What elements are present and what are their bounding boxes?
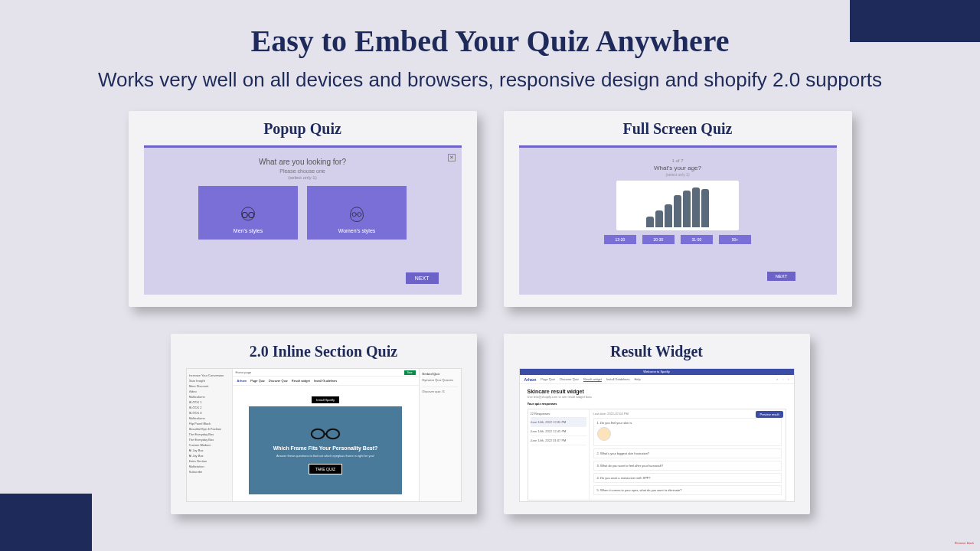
sidebar-item[interactable]: Subscribe	[189, 470, 230, 474]
popup-screenshot: ✕ What are you looking for? Please choos…	[144, 145, 462, 295]
panel-label: Your quiz responses	[528, 402, 786, 406]
widget-heading: Skincare result widget	[528, 389, 786, 394]
cart-icon[interactable]: ▫	[788, 377, 789, 381]
editor-sidebar: Increase Your Conversion Gain Insight Mo…	[187, 369, 233, 501]
response-row[interactable]: June 14th, 2022 01:07 PM	[531, 436, 586, 445]
nav-link[interactable]: Result widget	[292, 379, 310, 383]
sidebar-item[interactable]: More Discount	[189, 384, 230, 388]
remove-block-link[interactable]: Remove block	[955, 541, 974, 545]
nav-link[interactable]: Help	[634, 377, 640, 381]
fullscreen-hint: (select only 1)	[528, 172, 828, 177]
step-indicator: 1 of 7	[528, 158, 828, 163]
page-title: Easy to Embed Your Quiz Anywhere	[0, 23, 980, 59]
nav-link-active[interactable]: Result widget	[583, 377, 602, 381]
option-label: Men's styles	[234, 228, 263, 233]
question-row: 3. What do you want to feel after your f…	[593, 461, 782, 471]
card-title: Full Screen Quiz	[519, 120, 837, 138]
sidebar-item[interactable]: AI Joy Box	[189, 448, 230, 452]
svg-point-0	[242, 207, 255, 220]
svg-point-7	[312, 429, 325, 439]
nav-link[interactable]: Page Quiz	[541, 377, 555, 381]
detail-date: Last date: 2022-07-04 PM	[593, 412, 782, 416]
popup-question: What are you looking for?	[153, 158, 452, 166]
page-subtitle: Works very well on all devices and brows…	[0, 68, 980, 92]
nav-link[interactable]: Install Guidelines	[314, 379, 337, 383]
question-row: 4. Do you want a moisturizer with SPF?	[593, 473, 782, 483]
option-mens-styles[interactable]: Men's styles	[198, 186, 298, 240]
sidebar-item[interactable]: Video	[189, 390, 230, 393]
nav-link[interactable]: Discover Quiz	[560, 377, 579, 381]
brand-logo: Arham	[237, 379, 247, 383]
question-text: 1. Do you feel your skin is	[597, 421, 778, 425]
user-icon[interactable]: ◦	[782, 377, 783, 381]
nav-link[interactable]: Page Quiz	[250, 379, 265, 383]
announcement-bar: Welcome to Spotify	[520, 369, 794, 375]
editor-topbar: Home page Save	[233, 369, 419, 377]
responses-list: 22 Responses June 14th, 2022 12:35 PM Ju…	[528, 409, 590, 500]
take-quiz-button[interactable]: TAKE QUIZ	[309, 464, 342, 474]
card-popup-quiz: Popup Quiz ✕ What are you looking for? P…	[129, 111, 477, 307]
card-title: Result Widget	[519, 343, 795, 360]
site-nav: Arham Page Quiz Discover Quiz Result wid…	[520, 375, 794, 384]
sidebar-item[interactable]: Extra Section	[189, 459, 230, 463]
age-illustration	[616, 181, 739, 230]
response-row[interactable]: June 14th, 2022 12:45 PM	[531, 427, 586, 436]
fullscreen-screenshot: 1 of 7 What's your age? (select only 1) …	[519, 145, 837, 295]
corner-accent-top	[850, 0, 980, 42]
svg-point-5	[358, 213, 361, 217]
sidebar-item[interactable]: Multictation	[189, 465, 230, 468]
save-button[interactable]: Save	[404, 370, 416, 375]
glasses-icon	[309, 427, 341, 441]
age-option[interactable]: 20-30	[642, 235, 675, 244]
response-count: 22 Responses	[531, 412, 550, 416]
nav-link[interactable]: Install Guidelines	[606, 377, 629, 381]
sidebar-item[interactable]: Custom Medium	[189, 443, 230, 447]
install-button[interactable]: Install Spotify	[312, 396, 339, 403]
age-option[interactable]: 31-50	[681, 235, 713, 244]
next-button[interactable]: NEXT	[406, 272, 439, 284]
svg-point-1	[242, 213, 247, 218]
age-option[interactable]: 50+	[719, 235, 751, 244]
womens-face-icon	[344, 202, 370, 228]
sidebar-item[interactable]: Multicolumn	[189, 416, 230, 420]
sidebar-item[interactable]: AI Joy Box	[189, 454, 230, 458]
preview-result-button[interactable]: Preview result	[756, 411, 782, 418]
sidebar-item[interactable]: Beautiful Eye & Fashion	[189, 427, 230, 431]
svg-point-8	[326, 429, 339, 439]
hero-sub: Answer these questions to find out which…	[276, 454, 374, 458]
topbar-label: Home page	[236, 370, 252, 374]
svg-point-4	[352, 213, 356, 217]
panel-item: Discover quiz #1	[423, 386, 458, 393]
hero-banner: Which Frame Fits Your Personality Best? …	[249, 406, 402, 494]
panel-item: Eyewear Quiz Quizzes	[423, 378, 458, 382]
sidebar-item[interactable]: Gain Insight	[189, 379, 230, 383]
brand-logo: Arham	[524, 377, 537, 382]
question-row: 1. Do you feel your skin is	[593, 418, 782, 446]
close-icon[interactable]: ✕	[448, 154, 456, 161]
option-label: Women's styles	[338, 228, 376, 233]
age-option[interactable]: 13-20	[604, 235, 636, 244]
sidebar-item[interactable]: BLOCK 2	[189, 406, 230, 409]
search-icon[interactable]: ⌕	[776, 377, 778, 381]
card-title: Popup Quiz	[144, 120, 462, 138]
card-title: 2.0 Inline Section Quiz	[186, 343, 462, 360]
next-button[interactable]: NEXT	[767, 272, 795, 281]
sidebar-item[interactable]: BLOCK 3	[189, 411, 230, 415]
sidebar-item[interactable]: Multicolumn	[189, 395, 230, 399]
question-row: 2. What's your biggest skin frustration?	[593, 448, 782, 458]
response-row[interactable]: June 14th, 2022 12:35 PM	[531, 418, 586, 427]
sidebar-item[interactable]: The Everyday Box	[189, 432, 230, 436]
card-grid: Popup Quiz ✕ What are you looking for? P…	[0, 92, 980, 514]
card-fullscreen-quiz: Full Screen Quiz 1 of 7 What's your age?…	[504, 111, 852, 307]
panel-heading: Embed Quiz	[423, 372, 458, 376]
option-womens-styles[interactable]: Women's styles	[307, 186, 407, 240]
mens-face-icon	[235, 202, 261, 228]
sidebar-item[interactable]: The Everyday Box	[189, 438, 230, 442]
popup-hint: (select only 1)	[153, 175, 452, 180]
card-inline-quiz: 2.0 Inline Section Quiz Increase Your Co…	[171, 334, 477, 514]
sidebar-item[interactable]: Flip Panel Block	[189, 422, 230, 425]
nav-link[interactable]: Discover Quiz	[269, 379, 288, 383]
sidebar-item[interactable]: Increase Your Conversion	[189, 373, 230, 377]
fullscreen-question: What's your age?	[528, 165, 828, 171]
sidebar-item[interactable]: BLOCK 1	[189, 400, 230, 404]
